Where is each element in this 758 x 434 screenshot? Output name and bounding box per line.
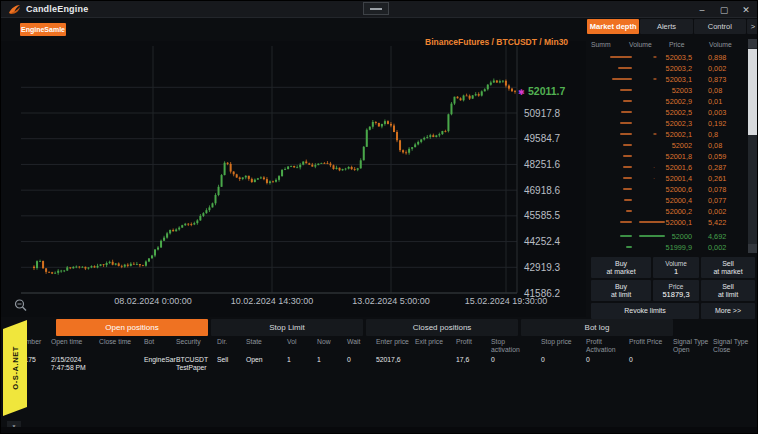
orderbook-row[interactable]: ·52001,40,261 <box>587 173 747 184</box>
minimize-icon[interactable]: – <box>691 1 713 18</box>
x-axis-label: 13.02.2024 5:00:00 <box>352 296 430 306</box>
orderbook-row[interactable]: 52002,90,01 <box>587 96 747 107</box>
candle-body <box>236 174 238 177</box>
volume-field[interactable]: Volume 1 <box>653 257 699 278</box>
candle-body <box>435 135 437 137</box>
volume-value[interactable]: 1 <box>674 268 678 276</box>
candle-body <box>260 177 262 178</box>
more-button[interactable]: More >> <box>701 303 755 319</box>
x-axis-label: 10.02.2024 14:30:00 <box>231 296 314 306</box>
tab-stop-limit[interactable]: Stop Limit <box>211 319 363 336</box>
candle-body <box>514 91 516 92</box>
orderbook-row[interactable]: 520004,692 <box>587 231 747 242</box>
orderbook-row[interactable]: 52000,40,077 <box>587 195 747 206</box>
orderbook-row[interactable]: 520030,08 <box>587 85 747 96</box>
close-icon[interactable]: ✕ <box>735 1 757 18</box>
ask-volume: 0,8 <box>708 129 718 140</box>
col-header: Now <box>317 338 347 354</box>
scroll-up-icon[interactable] <box>748 39 757 48</box>
scrollbar-thumb[interactable] <box>748 49 757 135</box>
chart-zoom-tool-icon[interactable] <box>13 298 29 312</box>
candle-body <box>39 261 41 262</box>
price-marker: = <box>653 74 657 85</box>
candle-body <box>127 265 129 266</box>
ask-price: 52002,1 <box>666 129 692 140</box>
ask-volume: 0,08 <box>708 85 722 96</box>
title-bar: CandleEngine –▢✕ <box>1 1 758 18</box>
engine-sample-button[interactable]: EngineSamle <box>20 23 66 36</box>
orderbook-row[interactable]: 520020,08 <box>587 140 747 151</box>
orderbook-row[interactable]: 52003,20,002 <box>587 63 747 74</box>
candle-body <box>239 178 241 179</box>
tab-closed-positions[interactable]: Closed positions <box>366 319 518 336</box>
candle-body <box>118 263 120 265</box>
candle-body <box>224 163 226 175</box>
candle-body <box>54 273 56 274</box>
candle-body <box>447 114 449 131</box>
tab-bot-log[interactable]: Bot log <box>521 319 673 336</box>
col-header: Close time <box>99 338 144 354</box>
orderbook-row[interactable]: 52000,60,078 <box>587 184 747 195</box>
price-value[interactable]: 51879,3 <box>662 291 689 299</box>
candle-body <box>323 163 325 164</box>
candle-body <box>157 248 159 250</box>
candle-body <box>263 177 265 179</box>
candle-body <box>284 169 286 170</box>
candle-body <box>357 168 359 169</box>
orderbook-row[interactable]: 52000,15,422 <box>587 217 747 228</box>
cell: Open <box>246 356 287 372</box>
sell-at-limit-button[interactable]: Sell at limit <box>701 280 755 301</box>
tab-open-positions[interactable]: Open positions <box>56 319 208 336</box>
tab-control[interactable]: Control <box>694 19 746 34</box>
orderbook-row[interactable]: =52003,50,898 <box>587 52 747 63</box>
scroll-down-icon[interactable] <box>748 244 757 253</box>
cell <box>415 356 456 372</box>
candlestick-chart[interactable]: 50917.849584.748251.646918.645585.544252… <box>1 41 586 317</box>
candle-body <box>363 147 365 160</box>
position-row[interactable]: 121752/15/2024 7:47:58 PMEngineSarBTCUSD… <box>17 356 753 372</box>
buy-at-limit-button[interactable]: Buy at limit <box>591 280 651 301</box>
candle-body <box>187 224 189 225</box>
candle-body <box>121 266 123 267</box>
ask-price: 52000,2 <box>666 206 692 217</box>
price-field[interactable]: Price 51879,3 <box>653 280 699 301</box>
revoke-limits-button[interactable]: Revoke limits <box>591 303 699 319</box>
ask-price: 52003,2 <box>666 63 692 74</box>
ask-volume: 0,002 <box>708 206 726 217</box>
candle-body <box>193 223 195 224</box>
candle-body <box>48 272 50 273</box>
col-header: Stop activation <box>491 338 541 354</box>
orderbook-row[interactable]: 52001,80,059 <box>587 151 747 162</box>
orderbook-row[interactable]: 51999,90,002 <box>587 242 747 253</box>
candle-body <box>332 165 334 169</box>
orderbook-scrollbar[interactable] <box>748 39 757 253</box>
tabs-overflow-button[interactable]: > <box>747 19 758 34</box>
candle-body <box>450 104 452 115</box>
orderbook-row[interactable]: 52000,20,002 <box>587 206 747 217</box>
maximize-icon[interactable]: ▢ <box>713 1 735 18</box>
orderbook-row[interactable]: =52002,10,8 <box>587 129 747 140</box>
candle-body <box>475 94 477 95</box>
ask-volume: 0,078 <box>708 184 726 195</box>
orderbook-row[interactable]: =52003,10,873 <box>587 74 747 85</box>
tab-alerts[interactable]: Alerts <box>640 19 692 34</box>
cell <box>713 356 753 372</box>
tab-market-depth[interactable]: Market depth <box>587 19 639 34</box>
candle-body <box>390 124 392 126</box>
candle-body <box>423 138 425 140</box>
buy-at-market-button[interactable]: Buy at market <box>591 257 651 278</box>
orderbook-row[interactable]: ·52001,60,287 <box>587 162 747 173</box>
orderbook-row[interactable]: 52002,30,192 <box>587 118 747 129</box>
ask-volume: 0,08 <box>708 140 722 151</box>
candle-body <box>205 210 207 213</box>
orderbook-row[interactable]: 52002,50,003 <box>587 107 747 118</box>
sell-at-market-button[interactable]: Sell at market <box>701 257 755 278</box>
candle-body <box>348 167 350 169</box>
candle-body <box>511 89 513 92</box>
chart-canvas[interactable]: BinanceFutures / BTCUSDT / Min30 50917.8… <box>1 41 586 317</box>
candle-body <box>133 264 135 265</box>
col-header: Signal Type Close <box>713 338 753 354</box>
x-axis-label: 08.02.2024 0:00:00 <box>114 296 192 306</box>
candle-body <box>502 81 504 82</box>
panel-collapse-handle[interactable] <box>363 2 389 15</box>
